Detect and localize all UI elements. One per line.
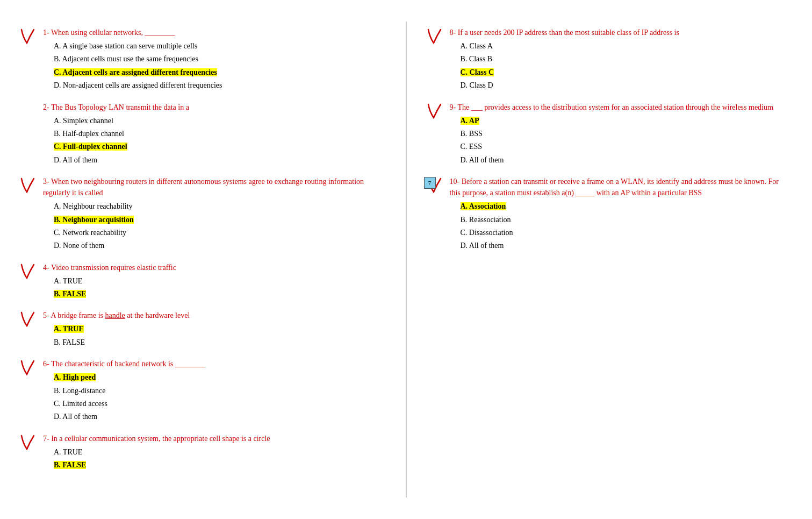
page: 1- When using cellular networks, _______… [0, 0, 812, 519]
question-text-q4: 4- Video transmission requires elastic t… [43, 262, 384, 273]
option-q1-B: B. Adjacent cells must use the same freq… [54, 53, 384, 65]
option-q3-A: A. Neighbour reachability [54, 201, 384, 212]
option-q9-C: C. ESS [461, 141, 791, 153]
option-q4-B: B. FALSE [54, 288, 384, 300]
option-q6-B: B. Long-distance [54, 385, 384, 397]
option-q9-B: B. BSS [461, 128, 791, 140]
question-text-q5: 5- A bridge frame is handle at the hardw… [43, 310, 384, 321]
option-q2-C: C. Full-duplex channel [54, 141, 384, 153]
question-text-q10: 10- Before a station can transmit or rec… [450, 176, 791, 198]
option-q2-B: B. Half-duplex channel [54, 128, 384, 140]
option-q6-D: D. All of them [54, 411, 384, 423]
question-block-q6: 6- The characteristic of backend network… [43, 358, 384, 423]
checkmark-icon [19, 27, 35, 48]
question-block-q7: 7- In a cellular communication system, t… [43, 433, 384, 472]
option-q7-A: A. TRUE [54, 446, 384, 458]
question-block-q3: 3- When two neighbouring routers in diff… [43, 176, 384, 252]
option-q10-B: B. Reassociation [461, 214, 791, 226]
question-block-q1: 1- When using cellular networks, _______… [43, 27, 384, 92]
checkmark-icon [19, 358, 35, 379]
question-block-q5: 5- A bridge frame is handle at the hardw… [43, 310, 384, 349]
question-block-q4: 4- Video transmission requires elastic t… [43, 262, 384, 301]
right-column: 8- If a user needs 200 IP address than t… [407, 16, 813, 503]
option-q2-A: A. Simplex channel [54, 115, 384, 127]
option-q8-C: C. Class C [461, 67, 791, 79]
question-block-q8: 8- If a user needs 200 IP address than t… [450, 27, 791, 92]
option-q5-B: B. FALSE [54, 337, 384, 349]
question-block-q9: 9- The ___ provides access to the distri… [450, 102, 791, 167]
option-q1-C: C. Adjacent cells are assigned different… [54, 67, 384, 79]
option-q6-C: C. Limited access [54, 398, 384, 410]
option-q9-A: A. AP [461, 115, 791, 127]
question-block-q2: 2- The Bus Topology LAN transmit the dat… [43, 102, 384, 167]
option-q2-D: D. All of them [54, 154, 384, 166]
checkmark-icon [19, 433, 35, 454]
option-q8-A: A. Class A [461, 40, 791, 52]
question-block-q10: 710- Before a station can transmit or re… [450, 176, 791, 252]
question-text-q8: 8- If a user needs 200 IP address than t… [450, 27, 791, 38]
checkmark-icon [426, 102, 442, 123]
question-text-q1: 1- When using cellular networks, _______… [43, 27, 384, 38]
option-q1-D: D. Non-adjacent cells are assigned diffe… [54, 80, 384, 91]
option-q3-C: C. Network reachability [54, 227, 384, 239]
option-q10-C: C. Disassociation [461, 227, 791, 239]
option-q1-A: A. A single base station can serve multi… [54, 40, 384, 52]
option-q3-B: B. Neighbour acquisition [54, 214, 384, 226]
option-q8-B: B. Class B [461, 53, 791, 65]
option-q10-A: A. Association [461, 201, 791, 212]
question-text-q7: 7- In a cellular communication system, t… [43, 433, 384, 444]
option-q6-A: A. High peed [54, 372, 384, 383]
option-q3-D: D. None of them [54, 240, 384, 252]
checkmark-icon [19, 176, 35, 197]
option-q5-A: A. TRUE [54, 323, 384, 335]
question-text-q2: 2- The Bus Topology LAN transmit the dat… [43, 102, 384, 113]
option-q4-A: A. TRUE [54, 275, 384, 287]
question-text-q3: 3- When two neighbouring routers in diff… [43, 176, 384, 198]
sticky-note: 7 [424, 177, 436, 189]
option-q8-D: D. Class D [461, 80, 791, 91]
option-q9-D: D. All of them [461, 154, 791, 166]
checkmark-icon [426, 27, 442, 48]
option-q10-D: D. All of them [461, 240, 791, 252]
checkmark-icon [19, 310, 35, 331]
checkmark-icon [19, 262, 35, 283]
question-text-q9: 9- The ___ provides access to the distri… [450, 102, 791, 113]
question-text-q6: 6- The characteristic of backend network… [43, 358, 384, 369]
left-column: 1- When using cellular networks, _______… [0, 16, 406, 503]
option-q7-B: B. FALSE [54, 459, 384, 471]
